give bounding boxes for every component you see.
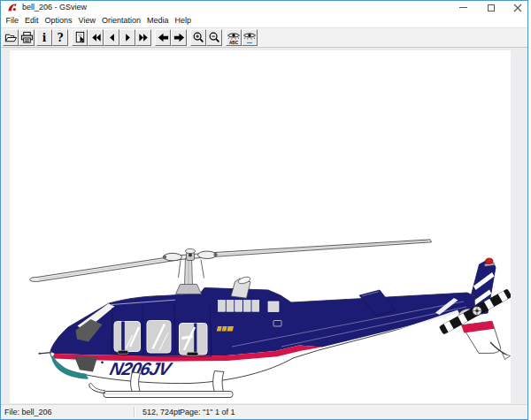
previous-page-icon	[105, 31, 119, 44]
eye-dots-icon: ...	[242, 30, 257, 45]
maximize-button[interactable]	[479, 1, 504, 14]
menu-item-media[interactable]: Media	[143, 14, 172, 27]
cowl-vents	[219, 301, 280, 312]
menu-item-edit[interactable]: Edit	[22, 14, 42, 27]
pitot-tube	[39, 353, 52, 355]
app-icon	[6, 2, 18, 13]
lower-tail-fin	[462, 321, 511, 359]
zoom-out-button[interactable]	[206, 29, 222, 46]
menu-item-view[interactable]: View	[75, 14, 98, 27]
info-icon: i	[42, 33, 47, 43]
helicopter-drawing: N206JV	[10, 50, 511, 403]
registration-text: N206JV	[108, 359, 174, 378]
minimize-icon	[459, 7, 467, 8]
statusbar-separator	[134, 407, 135, 417]
zoom-in-button[interactable]	[190, 29, 206, 46]
logo-mark	[217, 326, 234, 331]
menu-item-file[interactable]: File	[3, 14, 22, 27]
rotor-mast-hub	[163, 248, 218, 285]
last-page-button[interactable]	[135, 29, 151, 46]
open-button[interactable]	[3, 29, 19, 46]
door-handle-rear	[187, 352, 198, 355]
previous-page-button[interactable]	[104, 29, 119, 46]
skid-tube	[104, 392, 233, 398]
toolbar: i ?	[1, 27, 527, 48]
nose-fitting	[101, 361, 104, 363]
page-indicator: Page: "1" 1 of 1	[180, 408, 235, 416]
next-page-icon	[121, 31, 135, 44]
beacon-light	[486, 258, 493, 263]
next-page-button[interactable]	[119, 29, 135, 46]
select-page-button[interactable]	[72, 29, 88, 46]
close-button[interactable]	[505, 1, 530, 14]
maximize-icon	[488, 4, 495, 11]
zoom-in-icon	[192, 31, 205, 44]
back-button[interactable]	[155, 29, 171, 46]
titlebar: bell_206 - GSview	[1, 1, 527, 14]
menu-item-help[interactable]: Help	[172, 14, 195, 27]
help-button[interactable]: ?	[52, 29, 68, 46]
first-page-button[interactable]	[88, 29, 104, 46]
forward-arrow-icon	[173, 31, 186, 44]
rear-strut	[213, 371, 224, 393]
front-strut	[131, 372, 141, 393]
last-page-icon	[137, 31, 150, 44]
door-handle-front	[118, 350, 128, 354]
help-icon: ?	[57, 33, 63, 43]
menu-item-options[interactable]: Options	[42, 14, 75, 27]
page-canvas[interactable]: N206JV	[10, 50, 511, 403]
statusbar: File: bell_206 512, 724pt Page: "1" 1 of…	[1, 404, 527, 419]
back-arrow-icon	[157, 31, 170, 44]
first-page-icon	[89, 31, 103, 44]
menu-item-orientation[interactable]: Orientation	[98, 14, 143, 27]
printer-icon	[20, 31, 34, 44]
svg-text:...: ...	[247, 38, 252, 44]
mast-fairing	[176, 285, 202, 294]
menubar: File Edit Options View Orientation Media…	[1, 14, 527, 27]
coordinates-indicator: 512, 724pt	[142, 408, 181, 416]
close-icon	[513, 4, 522, 12]
open-folder-icon	[4, 31, 18, 44]
cabin-windows	[114, 321, 207, 355]
show-dots-toggle-button[interactable]: ...	[242, 29, 258, 46]
svg-text:ABC: ABC	[229, 41, 239, 45]
info-button[interactable]: i	[36, 29, 52, 46]
file-indicator: File: bell_206	[4, 408, 52, 416]
select-page-icon	[73, 31, 87, 44]
window-title: bell_206 - GSview	[22, 1, 87, 14]
client-area: N206JV	[1, 48, 527, 405]
gsview-window: bell_206 - GSview File Edit Options View…	[0, 0, 528, 420]
eye-text-icon: ABC	[227, 30, 241, 45]
minimize-button[interactable]	[450, 1, 475, 14]
show-text-toggle-button[interactable]: ABC	[226, 29, 242, 46]
zoom-out-icon	[208, 31, 221, 44]
main-rotor	[30, 240, 432, 282]
print-button[interactable]	[19, 29, 35, 46]
forward-button[interactable]	[171, 29, 187, 46]
